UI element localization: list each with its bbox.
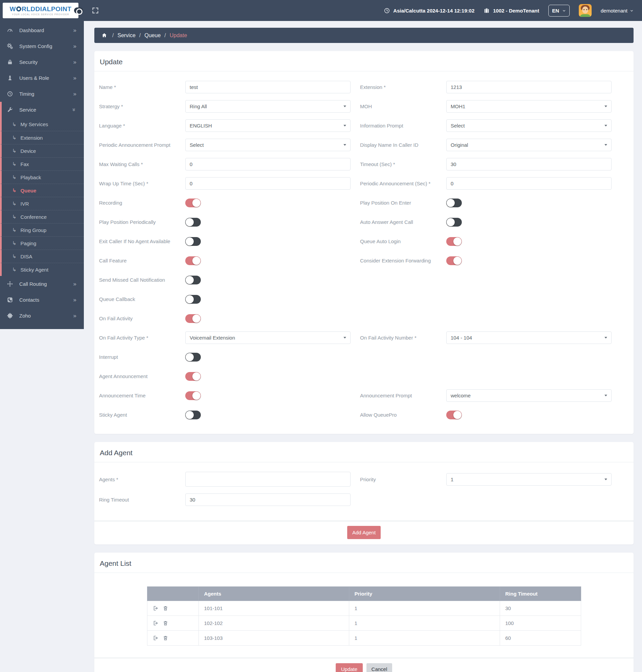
sidebar-item-zoho[interactable]: Zoho» xyxy=(0,308,84,324)
name-input[interactable] xyxy=(185,81,350,93)
agent-announcement-toggle[interactable] xyxy=(185,372,201,381)
sidebar-item-playback[interactable]: ↳Playback xyxy=(0,170,84,183)
interrupt-toggle[interactable] xyxy=(185,353,201,362)
periodic-announcement-sec-input[interactable] xyxy=(446,177,612,190)
clock-icon xyxy=(7,91,14,97)
agent-delete-icon[interactable] xyxy=(163,635,168,641)
priority-select[interactable]: 1 xyxy=(446,473,612,486)
sidebar-item-call-routing[interactable]: Call Routing» xyxy=(0,276,84,292)
chevron-right-icon: » xyxy=(73,313,76,319)
sidebar-item-users-role[interactable]: Users & Role» xyxy=(0,70,84,86)
toggle-cell xyxy=(185,199,350,207)
information-prompt-select[interactable]: Select xyxy=(446,119,612,132)
max-waiting-calls-input[interactable] xyxy=(185,158,350,170)
submenu-arrow-icon: ↳ xyxy=(12,161,16,167)
sidebar-item-extension[interactable]: ↳Extension xyxy=(0,131,84,144)
announcement-time-toggle[interactable] xyxy=(185,391,201,400)
tenant-display[interactable]: 1002 - DemoTenant xyxy=(484,8,539,14)
send-missed-call-notification-toggle[interactable] xyxy=(185,276,201,284)
queue-callback-toggle[interactable] xyxy=(185,295,201,304)
exit-caller-if-no-agent-available-toggle[interactable] xyxy=(185,237,201,246)
cancel-button[interactable]: Cancel xyxy=(367,663,393,672)
play-position-on-enter-toggle[interactable] xyxy=(446,199,462,207)
add-agent-button[interactable]: Add Agent xyxy=(347,526,381,539)
user-avatar[interactable] xyxy=(579,4,592,17)
sidebar-toggle-icon[interactable] xyxy=(74,8,83,14)
sidebar-item-label: Fax xyxy=(21,161,29,167)
form-row: Exit Caller If No Agent AvailableQueue A… xyxy=(99,235,628,248)
on-fail-activity-label: On Fail Activity xyxy=(99,316,185,321)
user-menu[interactable]: demotenant xyxy=(601,8,633,14)
sidebar-item-dashboard[interactable]: Dashboard» xyxy=(0,22,84,38)
submenu-arrow-icon: ↳ xyxy=(12,240,16,246)
wrap-up-time-sec-input[interactable] xyxy=(185,177,350,190)
form-row: Call FeatureConsider Extension Forwardin… xyxy=(99,254,628,267)
sidebar-item-system-config[interactable]: System Config» xyxy=(0,38,84,54)
sidebar-item-security[interactable]: Security» xyxy=(0,54,84,70)
logo[interactable]: WRLDDIALPOINT YOUR LOCAL VOICE SERVICE P… xyxy=(3,3,78,18)
play-position-periodically-toggle[interactable] xyxy=(185,218,201,227)
agent-priority-cell: 1 xyxy=(349,616,500,631)
ring-timeout-input[interactable] xyxy=(185,493,350,506)
form-row: Stratergy *Ring AllMOHMOH1 xyxy=(99,100,628,113)
on-fail-activity-type-select[interactable]: Voicemail Extension xyxy=(185,331,350,344)
sidebar-item-contacts[interactable]: Contacts» xyxy=(0,292,84,308)
agent-signout-icon[interactable] xyxy=(153,635,158,641)
sticky-agent-toggle[interactable] xyxy=(185,410,201,419)
form-row: Language *ENGLISHInformation PromptSelec… xyxy=(99,119,628,132)
sidebar-item-paging[interactable]: ↳Paging xyxy=(0,237,84,250)
sidebar-item-ring-group[interactable]: ↳Ring Group xyxy=(0,223,84,237)
moh-select[interactable]: MOH1 xyxy=(446,100,612,113)
auto-answer-agent-call-toggle[interactable] xyxy=(446,218,462,227)
stratergy-select[interactable]: Ring All xyxy=(185,100,350,113)
agent-signout-icon[interactable] xyxy=(153,605,158,611)
recording-toggle[interactable] xyxy=(185,199,201,207)
language-selector[interactable]: EN xyxy=(548,5,570,16)
sidebar-item-ivr[interactable]: ↳IVR xyxy=(0,197,84,210)
chevron-right-icon: » xyxy=(73,281,76,287)
consider-extension-forwarding-toggle[interactable] xyxy=(446,256,462,265)
on-fail-activity-toggle[interactable] xyxy=(185,314,201,323)
briefcase-icon xyxy=(484,8,490,14)
breadcrumb-service[interactable]: Service xyxy=(117,33,135,38)
agent-signout-icon[interactable] xyxy=(153,620,158,626)
sidebar-item-fax[interactable]: ↳Fax xyxy=(0,157,84,170)
breadcrumb-queue[interactable]: Queue xyxy=(144,33,160,38)
sidebar-item-label: Playback xyxy=(21,175,41,180)
agent-delete-icon[interactable] xyxy=(163,620,168,626)
sidebar-item-timing[interactable]: Timing» xyxy=(0,86,84,102)
sidebar-item-service[interactable]: Service» xyxy=(0,102,84,118)
submenu-arrow-icon: ↳ xyxy=(12,135,16,141)
timeout-sec-input[interactable] xyxy=(446,158,612,170)
sidebar-item-conference[interactable]: ↳Conference xyxy=(0,210,84,223)
periodic-announcement-prompt-select[interactable]: Select xyxy=(185,139,350,151)
play-position-on-enter-label: Play Position On Enter xyxy=(350,200,446,206)
sidebar-item-my-services[interactable]: ↳My Services xyxy=(0,118,84,131)
sticky-agent-label: Sticky Agent xyxy=(99,412,185,418)
home-icon[interactable] xyxy=(101,33,107,38)
dropdown-caret-icon xyxy=(344,105,346,107)
agent-delete-icon[interactable] xyxy=(163,605,168,611)
sidebar-item-queue[interactable]: ↳Queue xyxy=(0,183,84,197)
form-row: RecordingPlay Position On Enter xyxy=(99,196,628,209)
send-missed-call-notification-label: Send Missed Call Notification xyxy=(99,277,185,283)
sidebar-item-disa[interactable]: ↳DISA xyxy=(0,250,84,263)
toggle-cell xyxy=(185,256,350,265)
toggle-cell xyxy=(185,391,350,400)
announcement-prompt-select[interactable]: welcome xyxy=(446,389,612,402)
sidebar-item-label: IVR xyxy=(21,201,29,207)
sidebar-item-sticky-agent[interactable]: ↳Sticky Agent xyxy=(0,263,84,276)
language-select[interactable]: ENGLISH xyxy=(185,119,350,132)
sidebar-item-device[interactable]: ↳Device xyxy=(0,144,84,157)
fullscreen-icon[interactable] xyxy=(92,7,99,14)
dropdown-caret-icon xyxy=(344,125,346,126)
allow-queuepro-toggle[interactable] xyxy=(446,410,462,419)
sidebar-item-label: Queue xyxy=(21,188,37,193)
call-feature-toggle[interactable] xyxy=(185,256,201,265)
update-button[interactable]: Update xyxy=(336,663,363,672)
display-name-in-caller-id-select[interactable]: Original xyxy=(446,139,612,151)
extension-input[interactable] xyxy=(446,81,612,93)
on-fail-activity-number-select[interactable]: 104 - 104 xyxy=(446,331,612,344)
queue-auto-login-toggle[interactable] xyxy=(446,237,462,246)
agents-input[interactable] xyxy=(185,472,350,487)
